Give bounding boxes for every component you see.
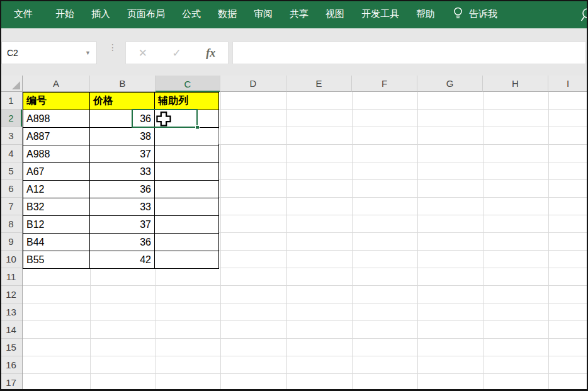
cell-B2[interactable]: 36 [90,110,155,128]
cell-C10[interactable] [155,251,219,269]
cell-C8[interactable] [155,216,219,234]
enter-icon[interactable]: ✓ [172,47,181,60]
row-header-12[interactable]: 12 [0,286,22,303]
ribbon-tab-1[interactable]: 文件 [14,8,33,20]
row-header-2[interactable]: 2 [0,110,22,127]
cell-A9[interactable]: B44 [23,234,90,251]
ribbon-tab-6[interactable]: 数据 [218,8,237,20]
row-header-14[interactable]: 14 [0,321,22,339]
ribbon-tab-7[interactable]: 审阅 [254,8,273,20]
cell-C5[interactable] [155,163,219,181]
cell-A6[interactable]: A12 [23,181,90,198]
ribbon-tab-11[interactable]: 帮助 [416,8,435,20]
cell-A2[interactable]: A898 [23,110,90,128]
cell-A7[interactable]: B32 [23,198,90,216]
name-box[interactable]: C2 ▼ [1,42,97,64]
formula-input[interactable] [232,42,586,64]
cell-A10[interactable]: B55 [23,251,90,269]
ribbon-tab-10[interactable]: 开发工具 [361,8,399,20]
cell-B4[interactable]: 37 [90,145,155,163]
row-header-15[interactable]: 15 [0,339,22,356]
tell-me-label: 告诉我 [469,8,497,20]
name-box-value: C2 [7,48,18,58]
row-header-6[interactable]: 6 [0,180,22,198]
cell-A1[interactable]: 编号 [23,93,90,110]
cell-C2[interactable] [155,110,219,128]
vertical-gridline [352,92,353,391]
data-table: 编号价格辅助列A89836A88738A98837A6733A1236B3233… [23,92,219,269]
table-row-6: A1236 [23,181,219,198]
column-header-D[interactable]: D [220,76,286,92]
formula-bar-row: C2 ▼ ⋮ ✕ ✓ fx [0,40,588,65]
row-header-16[interactable]: 16 [0,356,22,374]
table-row-4: A98837 [23,145,219,163]
table-row-2: A89836 [23,110,219,128]
sheet-grid[interactable]: 1234567891011121314151617 编号价格辅助列A89836A… [0,92,588,391]
row-header-3[interactable]: 3 [0,127,22,145]
table-row-8: B1237 [23,216,219,234]
vertical-gridline [417,92,418,391]
cell-B3[interactable]: 38 [90,128,155,145]
cell-B1[interactable]: 价格 [90,93,155,110]
insert-function-icon[interactable]: fx [206,47,215,60]
search-icon[interactable] [580,8,588,25]
cancel-icon[interactable]: ✕ [139,47,147,60]
column-header-H[interactable]: H [483,76,548,92]
cell-A3[interactable]: A887 [23,128,90,145]
cell-B8[interactable]: 37 [90,216,155,234]
cell-A4[interactable]: A988 [23,145,90,163]
ribbon-tab-4[interactable]: 页面布局 [127,8,165,20]
ribbon-tab-9[interactable]: 视图 [325,8,344,20]
select-all-triangle-icon [12,81,20,89]
column-header-C[interactable]: C [155,76,220,92]
vertical-gridline [286,92,287,391]
cell-B5[interactable]: 33 [90,163,155,181]
row-header-8[interactable]: 8 [0,215,22,233]
ribbon-tab-8[interactable]: 共享 [290,8,308,20]
cell-B10[interactable]: 42 [90,251,155,269]
cell-B6[interactable]: 36 [90,181,155,198]
select-all-corner[interactable] [0,76,23,92]
table-row-5: A6733 [23,163,219,181]
table-row-3: A88738 [23,128,219,145]
cell-C9[interactable] [155,234,219,251]
table-row-1: 编号价格辅助列 [23,93,219,110]
excel-window: 文件开始插入页面布局公式数据审阅共享视图开发工具帮助 告诉我 C2 ▼ ⋮ [0,0,588,391]
vertical-gridline [548,92,549,391]
row-header-10[interactable]: 10 [0,251,22,268]
cell-C1[interactable]: 辅助列 [155,93,219,110]
row-header-17[interactable]: 17 [0,374,22,391]
cell-B9[interactable]: 36 [90,234,155,251]
row-header-9[interactable]: 9 [0,233,22,251]
ribbon-collapsed-strip [0,28,588,40]
formula-bar-buttons: ✕ ✓ fx [125,42,229,64]
column-headers: ABCDEFGHI [0,76,588,92]
row-header-13[interactable]: 13 [0,303,22,321]
column-header-E[interactable]: E [286,76,352,92]
row-header-7[interactable]: 7 [0,198,22,215]
row-header-5[interactable]: 5 [0,162,22,180]
row-header-11[interactable]: 11 [0,268,22,286]
column-header-G[interactable]: G [417,76,483,92]
vertical-gridline [220,92,221,391]
ribbon-tab-3[interactable]: 插入 [91,8,110,20]
row-header-1[interactable]: 1 [0,92,22,110]
ribbon-tab-2[interactable]: 开始 [55,8,74,20]
column-header-F[interactable]: F [352,76,417,92]
cell-C3[interactable] [155,128,219,145]
cell-A5[interactable]: A67 [23,163,90,181]
cell-C4[interactable] [155,145,219,163]
chevron-down-icon[interactable]: ▼ [85,50,91,56]
tell-me[interactable]: 告诉我 [453,6,497,22]
column-header-I[interactable]: I [548,76,588,92]
cell-C6[interactable] [155,181,219,198]
lightbulb-icon [453,6,463,22]
table-row-7: B3233 [23,198,219,216]
ribbon-tab-5[interactable]: 公式 [182,8,201,20]
row-header-4[interactable]: 4 [0,145,22,162]
cell-A8[interactable]: B12 [23,216,90,234]
column-header-A[interactable]: A [23,76,90,92]
cell-C7[interactable] [155,198,219,216]
cell-B7[interactable]: 33 [90,198,155,216]
column-header-B[interactable]: B [90,76,155,92]
